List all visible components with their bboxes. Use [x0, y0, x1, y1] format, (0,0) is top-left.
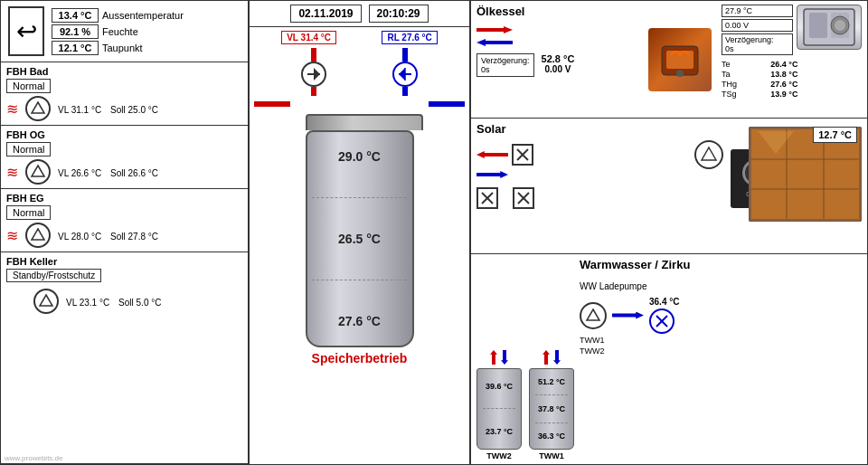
boiler-flame-icon: [648, 28, 712, 91]
tank-temp-mid: 26.5 °C: [338, 232, 381, 246]
oil-delay-volt: Verzögerung:0s 52.8 °C 0.00 V: [476, 53, 638, 77]
oil-kessel-title: Ölkessel: [476, 5, 638, 18]
fbh-og-icons: ≋ VL 26.6 °C Soll 26.6 °C: [6, 159, 242, 185]
fbh-eg-vl: VL 28.0 °C: [58, 232, 101, 242]
ww-pump-row: WW Ladepumpe: [580, 281, 862, 291]
fbh-eg-temps: VL 28.0 °C Soll 27.8 °C: [58, 232, 158, 242]
valve-row: [250, 48, 469, 100]
aussentemp-value: 13.4 °C: [52, 8, 99, 23]
feuchte-value: 92.1 %: [52, 24, 99, 39]
pump-eg[interactable]: [25, 223, 51, 248]
fbh-bad-vl: VL 31.1 °C: [58, 105, 101, 115]
solar-left: Solar: [476, 122, 675, 250]
thg-val: 27.6 °C: [770, 80, 827, 89]
valve-left[interactable]: [301, 62, 326, 87]
fbh-og-section: FBH OG Normal ≋ VL 26.6 °C Soll 26.6 °C: [1, 126, 248, 189]
left-panel: ↩ 13.4 °C Aussentemperatur 92.1 % Feucht…: [1, 1, 250, 464]
fbh-og-title: FBH OG: [6, 129, 242, 140]
pump-og[interactable]: [25, 159, 51, 185]
valve-right[interactable]: [392, 62, 418, 87]
solar-valve3[interactable]: [513, 187, 534, 209]
solar-valve2[interactable]: [476, 187, 498, 209]
solar-temp-badge: 12.7 °C: [813, 127, 857, 143]
hp-val2: 0.00 V: [722, 19, 793, 32]
fbh-eg-status: Normal: [6, 205, 51, 220]
oil-delay-box: Verzögerung:0s: [476, 53, 534, 77]
heat-icon-eg: ≋: [6, 227, 18, 244]
tww2-tank: 39.6 °C 23.7 °C TWW2: [476, 350, 522, 460]
fbh-bad-status: Normal: [6, 79, 51, 93]
fbh-eg-title: FBH EG: [6, 193, 242, 204]
horizontal-pipes: [250, 100, 469, 109]
svg-marker-30: [587, 309, 599, 320]
tww1-arrows-top: [542, 350, 561, 365]
oil-kessel-section: Ölkessel Verzögerung:0s 52.8 °C 0.00: [471, 1, 867, 119]
weather-info: 13.4 °C Aussentemperatur 92.1 % Feuchte …: [52, 8, 184, 55]
tww1-divider2: [535, 422, 567, 423]
ww-valve[interactable]: [649, 308, 675, 334]
hp-top: 27.9 °C 0.00 V Verzögerung:0s: [722, 5, 862, 55]
blue-arrow: [476, 39, 513, 46]
tww1-blue-down: [553, 350, 561, 365]
pump-bad[interactable]: [25, 96, 51, 121]
vl-rl-row: VL 31.4 °C RL 27.6 °C: [250, 27, 469, 48]
tww2-body: 39.6 °C 23.7 °C: [476, 368, 522, 450]
fbh-keller-title: FBH Keller: [6, 256, 242, 267]
back-button[interactable]: ↩: [8, 6, 44, 56]
pipe-down-left: [311, 87, 316, 96]
tank-divider-1: [312, 197, 406, 198]
tww1-top-temp: 51.2 °C: [538, 377, 565, 386]
tww1-divider: [535, 394, 567, 395]
oil-delay-label: Verzögerung:0s: [481, 56, 530, 74]
solar-red-row: [476, 144, 675, 166]
tww1-tank: 51.2 °C 37.8 °C 36.3 °C TWW1: [529, 350, 574, 460]
pump-keller[interactable]: [33, 289, 59, 314]
tww2-side-label: TWW2: [580, 346, 862, 356]
solar-pump[interactable]: [694, 140, 723, 169]
tank-cap: [306, 114, 423, 130]
fbh-eg-section: FBH EG Normal ≋ VL 28.0 °C Soll 27.8 °C: [1, 189, 248, 252]
tww1-side-label: TWW1: [580, 336, 862, 345]
red-arrow: [476, 26, 513, 33]
fbh-keller-status: Standby/Frostschutz: [6, 269, 101, 282]
rl-label: RL 27.6 °C: [382, 31, 437, 44]
right-panel: Ölkessel Verzögerung:0s 52.8 °C 0.00: [471, 1, 867, 464]
svg-rect-10: [666, 51, 693, 69]
taupunkt-label: Taupunkt: [102, 43, 143, 53]
solar-right: 0.0 %: [681, 122, 862, 250]
tww2-blue-down: [501, 350, 508, 365]
ww-pump-circle[interactable]: [580, 302, 607, 329]
svg-marker-1: [32, 166, 44, 176]
watermark: www.prowebits.de: [5, 454, 62, 462]
tww1-label: TWW1: [539, 451, 564, 460]
feuchte-label: Feuchte: [102, 26, 138, 37]
svg-marker-0: [32, 102, 44, 113]
oil-blue-pipe: [476, 39, 638, 46]
solar-title: Solar: [476, 122, 675, 136]
fbh-bad-icons: ≋ VL 31.1 °C Soll 25.0 °C: [6, 96, 242, 121]
fbh-keller-temps: VL 23.1 °C Soll 5.0 °C: [66, 298, 161, 308]
tww2-red-up: [490, 350, 497, 365]
svg-marker-2: [32, 229, 44, 240]
pipe-right-blue: [429, 101, 465, 107]
heat-pump-panel: 27.9 °C 0.00 V Verzögerung:0s: [722, 5, 862, 114]
fbh-og-status: Normal: [6, 142, 51, 157]
pipe-up-right: [402, 48, 408, 62]
svg-marker-3: [40, 295, 52, 306]
thg-label: THg: [722, 80, 767, 89]
fbh-og-soll: Soll 26.6 °C: [110, 168, 158, 178]
ww-pump-temp: 36.4 °C: [649, 297, 679, 307]
solar-valve1[interactable]: [512, 144, 533, 166]
fbh-eg-soll: Soll 27.8 °C: [110, 232, 158, 242]
ww-right: Warmwasser / Zirku WW Ladepumpe 36.4 °C: [580, 258, 862, 460]
tsg-val: 13.9 °C: [770, 90, 827, 99]
ta-label: Ta: [722, 70, 767, 79]
left-valve-assembly: [301, 48, 326, 96]
ww-pump-valve-row: 36.4 °C: [580, 297, 862, 334]
speicherbetrieb-label: Speicherbetrieb: [312, 351, 408, 365]
hp-temp-grid: Te 26.4 °C Ta 13.8 °C THg 27.6 °C TSg 13…: [722, 60, 862, 99]
fbh-bad-temps: VL 31.1 °C Soll 25.0 °C: [58, 105, 158, 115]
oil-left: Ölkessel Verzögerung:0s 52.8 °C 0.00: [476, 5, 638, 114]
solar-blue-arrow: [476, 171, 508, 178]
fbh-keller-section: FBH Keller Standby/Frostschutz VL 23.1 °…: [1, 252, 248, 464]
